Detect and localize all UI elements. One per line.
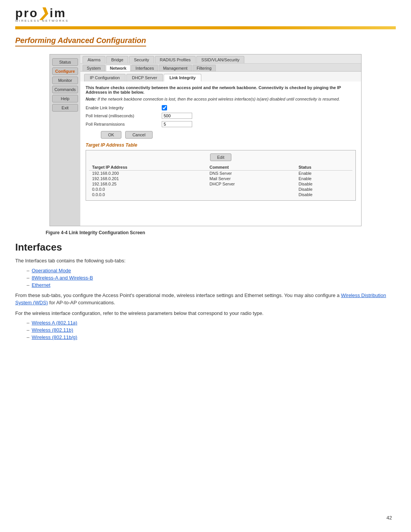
page-number: 42 (387, 515, 392, 521)
target-table-box: Edit Target IP Address Comment Status (86, 150, 356, 201)
dash-icon: – (27, 320, 29, 326)
note-text: Note: If the network backbone connection… (86, 97, 356, 101)
orange-bar (15, 26, 396, 29)
interfaces-heading: Interfaces (15, 241, 396, 253)
list-item-wireless-a: – Wireless A (802.11a) (27, 320, 396, 326)
subtab-ip-configuration[interactable]: IP Configuration (84, 74, 126, 81)
table-row: 192.168.0.201 Mail Server Enable (89, 176, 352, 181)
dash-icon: – (27, 282, 29, 288)
sidebar-btn-commands[interactable]: Commands (52, 86, 78, 93)
sidebar-btn-status[interactable]: Status (52, 58, 78, 66)
link-wireless-b[interactable]: Wireless (802.11b) (32, 327, 73, 333)
dash-icon: – (27, 327, 29, 333)
link-wireless-a[interactable]: Wireless A (802.11a) (32, 320, 77, 326)
page-header: pro❯im WIRELESS NETWORKS (0, 0, 411, 29)
logo-area: pro❯im WIRELESS NETWORKS (15, 7, 396, 22)
tab-interfaces[interactable]: Interfaces (131, 65, 158, 71)
sidebar-btn-exit[interactable]: Exit (52, 104, 78, 112)
logo-text-pre: pro (15, 6, 38, 20)
interfaces-section: Interfaces The Interfaces tab contains t… (15, 241, 396, 340)
col-header-comment: Comment (207, 164, 296, 171)
input-poll-interval[interactable] (162, 113, 192, 119)
radio-links-list: – Wireless A (802.11a) – Wireless (802.1… (15, 320, 396, 340)
body-text-wds: From these sub-tabs, you configure the A… (15, 292, 396, 307)
cell-comment (207, 187, 296, 192)
col-header-ip: Target IP Address (89, 164, 207, 171)
nav-tabs-row2: System Network Interfaces Management Fil… (80, 64, 361, 72)
label-poll-retransmissions: Poll Retransmissions (86, 122, 162, 126)
cell-ip: 0.0.0.0 (89, 187, 207, 192)
link-operational-mode[interactable]: Operational Mode (32, 268, 71, 273)
edit-btn-row: Edit (89, 153, 352, 161)
tab-system[interactable]: System (83, 65, 105, 71)
cell-ip: 192.168.0.201 (89, 176, 207, 181)
right-panel: Alarms Bridge Security RADIUS Profiles S… (80, 54, 361, 226)
list-item-operational-mode: – Operational Mode (27, 268, 396, 273)
table-row: 0.0.0.0 Disable (89, 192, 352, 197)
subtab-link-integrity[interactable]: Link Integrity (164, 74, 201, 81)
tab-alarms[interactable]: Alarms (83, 56, 105, 63)
label-poll-interval: Poll Interval (milliseconds) (86, 113, 162, 118)
body-text-radio: For the wireless interface configuration… (15, 310, 396, 317)
link-ethernet[interactable]: Ethernet (32, 282, 50, 288)
cell-ip: 192.168.0.200 (89, 171, 207, 176)
table-row: 0.0.0.0 Disable (89, 187, 352, 192)
table-row: 192.168.0.200 DNS Server Enable (89, 171, 352, 176)
cancel-button[interactable]: Cancel (125, 131, 153, 139)
list-item-ethernet: – Ethernet (27, 282, 396, 288)
body-text1-pre: From these sub-tabs, you configure the A… (15, 292, 341, 298)
ok-button[interactable]: OK (101, 131, 121, 139)
edit-button[interactable]: Edit (210, 153, 232, 161)
cell-comment: Mail Server (207, 176, 296, 181)
tab-filtering[interactable]: Filtering (193, 65, 216, 71)
target-ip-table: Target IP Address Comment Status 192.168… (89, 164, 352, 197)
btn-row: OK Cancel (101, 131, 356, 139)
list-item-wireless-bg: – Wireless (802.11b/g) (27, 334, 396, 340)
tab-bridge[interactable]: Bridge (106, 56, 128, 63)
checkbox-enable-link-integrity[interactable] (162, 105, 167, 110)
tab-management[interactable]: Management (159, 65, 191, 71)
sidebar-btn-configure[interactable]: Configure (52, 67, 78, 75)
page-title-area: Performing Advanced Configuration (0, 29, 411, 50)
cell-ip: 0.0.0.0 (89, 192, 207, 197)
cell-ip: 192.168.0.25 (89, 181, 207, 187)
label-enable-link-integrity: Enable Link Integrity (86, 105, 162, 110)
ui-panel: Status Configure Monitor Commands Help E… (49, 54, 362, 226)
subtab-dhcp-server[interactable]: DHCP Server (126, 74, 163, 81)
cell-status: Enable (295, 171, 352, 176)
note-label: Note: (86, 97, 97, 101)
cell-comment: DHCP Server (207, 181, 296, 187)
list-item-wireless-ab: – 8Wireless-A and Wireless-B (27, 275, 396, 281)
cell-comment (207, 192, 296, 197)
cell-status: Disable (295, 187, 352, 192)
proxim-wordmark: pro❯im (15, 7, 69, 19)
link-wireless-ab[interactable]: 8Wireless-A and Wireless-B (32, 275, 93, 281)
col-header-status: Status (295, 164, 352, 171)
input-poll-retransmissions[interactable] (162, 121, 192, 127)
tab-network[interactable]: Network (106, 65, 131, 71)
link-wireless-bg[interactable]: Wireless (802.11b/g) (32, 334, 77, 340)
panel-content: This feature checks connectivity between… (80, 81, 361, 207)
left-sidebar: Status Configure Monitor Commands Help E… (50, 54, 80, 226)
nav-tabs-row1: Alarms Bridge Security RADIUS Profiles S… (80, 54, 361, 64)
tab-security[interactable]: Security (129, 56, 154, 63)
cell-comment: DNS Server (207, 171, 296, 176)
tab-radius-profiles[interactable]: RADIUS Profiles (155, 56, 196, 63)
cell-status: Disable (295, 181, 352, 187)
dash-icon: – (27, 275, 29, 281)
table-row: 192.168.0.25 DHCP Server Disable (89, 181, 352, 187)
dash-icon: – (27, 268, 29, 273)
cell-status: Enable (295, 176, 352, 181)
sidebar-btn-help[interactable]: Help (52, 95, 78, 102)
figure-caption: Figure 4-4 Link Integrity Configuration … (46, 230, 396, 235)
sub-tab-links-list: – Operational Mode – 8Wireless-A and Wir… (15, 268, 396, 288)
page-title: Performing Advanced Configuration (15, 36, 146, 46)
target-table-title: Target IP Address Table (86, 142, 356, 148)
sidebar-btn-monitor[interactable]: Monitor (52, 77, 78, 84)
description-text: This feature checks connectivity between… (86, 85, 356, 94)
proxim-logo: pro❯im WIRELESS NETWORKS (15, 7, 69, 22)
list-item-wireless-b: – Wireless (802.11b) (27, 327, 396, 333)
logo-arrow-icon: ❯ (38, 6, 50, 20)
interfaces-intro: The Interfaces tab contains the followin… (15, 257, 396, 265)
tab-ssid-vlan-security[interactable]: SSID/VLAN/Security (196, 56, 244, 63)
